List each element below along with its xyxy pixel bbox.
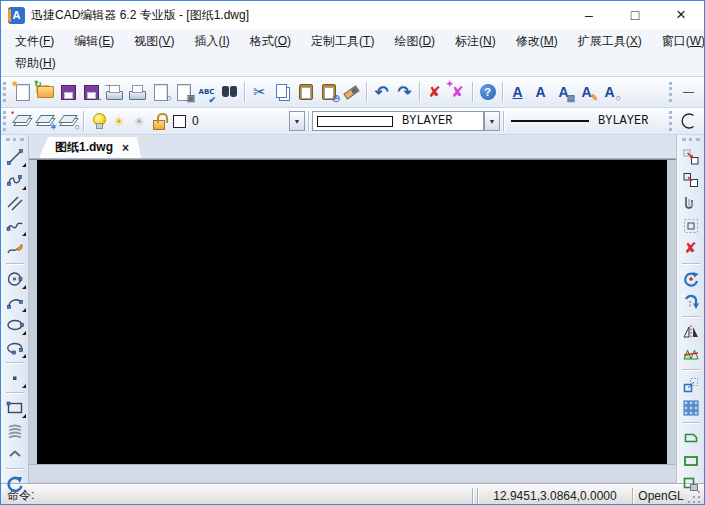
statusbar: 命令: 12.9451,3.0864,0.0000 OpenGL — [1, 483, 704, 505]
help-button[interactable]: ? — [476, 80, 499, 104]
open-file-button[interactable]: ↻ — [34, 80, 57, 104]
point-button[interactable] — [3, 366, 27, 389]
hatch-button[interactable] — [3, 419, 27, 442]
menu-item-h[interactable]: 帮助(H) — [5, 53, 66, 73]
text-edit-button[interactable]: A✎ — [575, 80, 598, 104]
menu-item-e[interactable]: 编辑(E) — [64, 31, 124, 51]
preview-button[interactable]: ○ — [149, 80, 172, 104]
freehand-sketch-button[interactable] — [3, 237, 27, 260]
new-file-button[interactable]: ✶ — [11, 80, 34, 104]
document-tab-close-button[interactable]: × — [122, 142, 129, 154]
layer-new-button[interactable]: ✶ — [34, 109, 57, 133]
toolbar-grip[interactable] — [3, 111, 8, 131]
minimize-button[interactable]: – — [566, 1, 612, 29]
layer-properties-button[interactable]: • — [11, 109, 34, 133]
chamfer-button[interactable] — [679, 426, 703, 449]
double-line-button[interactable] — [3, 191, 27, 214]
paste-block-button[interactable]: ◷ — [317, 80, 340, 104]
menu-item-f[interactable]: 文件(F) — [5, 31, 64, 51]
maximize-button[interactable]: □ — [612, 1, 658, 29]
menu-item-n[interactable]: 标注(N) — [445, 31, 506, 51]
copy-object-button[interactable] — [679, 168, 703, 191]
text-find-button[interactable]: A○ — [598, 80, 621, 104]
text-underline-button[interactable]: A — [506, 80, 529, 104]
linetype-combobox[interactable]: BYLAYER ▼ — [312, 110, 500, 132]
find-button[interactable] — [218, 80, 241, 104]
text-single-button[interactable]: A — [529, 80, 552, 104]
layer-visibility-button[interactable] — [89, 111, 109, 131]
menu-item-o[interactable]: 格式(O) — [240, 31, 301, 51]
layer-thaw-button[interactable]: ☀ — [109, 111, 129, 131]
scale-button[interactable] — [679, 373, 703, 396]
redo-button[interactable]: ↷ — [393, 80, 416, 104]
cut-button[interactable]: ✂ — [248, 80, 271, 104]
help-icon: ? — [476, 80, 499, 104]
linetype-dropdown-button[interactable]: ▼ — [484, 111, 500, 131]
erase-button[interactable]: ✘ — [423, 80, 446, 104]
format-painter-button[interactable] — [340, 80, 363, 104]
print-preview-button[interactable]: → — [103, 80, 126, 104]
resize-grip[interactable] — [687, 484, 704, 505]
rotate-button[interactable] — [679, 267, 703, 290]
arc-tool-button[interactable] — [677, 109, 700, 133]
menu-item-m[interactable]: 修改(M) — [506, 31, 568, 51]
layer-states-button[interactable]: ○ — [57, 109, 80, 133]
region-button[interactable] — [679, 214, 703, 237]
layer-combobox[interactable]: ☀☀ 0 ▼ — [87, 110, 305, 132]
docked-line-icon: — — [677, 80, 700, 104]
draw-bounds-button[interactable] — [679, 449, 703, 472]
menu-item-w[interactable]: 窗口(W) — [652, 31, 705, 51]
layer-dropdown-button[interactable]: ▼ — [289, 111, 305, 131]
collapse-button[interactable] — [3, 442, 27, 465]
array-button[interactable] — [679, 396, 703, 419]
standard-toolbar-items: ✶↻→→○▣ABC✔✂◷↶↷✘✘✦?AAA▤A✎A○ — [11, 80, 621, 104]
command-prompt[interactable]: 命令: — [1, 487, 470, 504]
regen-button[interactable] — [3, 472, 27, 495]
menu-item-d[interactable]: 绘图(D) — [384, 31, 445, 51]
spell-check-icon: ABC✔ — [195, 80, 218, 104]
ellipse-button[interactable] — [3, 313, 27, 336]
polyline-button[interactable] — [3, 168, 27, 191]
layer-lock-button[interactable] — [149, 111, 169, 131]
toolbar-grip[interactable] — [3, 82, 8, 102]
page-setup-button[interactable]: ▣ — [172, 80, 195, 104]
drawing-canvas[interactable] — [37, 160, 667, 464]
menu-item-x[interactable]: 扩展工具(X) — [568, 31, 652, 51]
close-button[interactable]: × — [658, 1, 704, 29]
layer-freeze-button[interactable]: ☀ — [129, 111, 149, 131]
menu-item-v[interactable]: 视图(V) — [124, 31, 184, 51]
dock-grip[interactable] — [682, 138, 700, 143]
format-painter-icon — [340, 80, 363, 104]
menu-item-i[interactable]: 插入(I) — [184, 31, 239, 51]
document-tab[interactable]: 图纸1.dwg × — [39, 137, 141, 158]
lineweight-combobox[interactable]: BYLAYER — [507, 110, 659, 132]
spline-button[interactable] — [3, 214, 27, 237]
ellipse-arc-button[interactable] — [3, 336, 27, 359]
copy-button[interactable] — [271, 80, 294, 104]
spell-check-button[interactable]: ABC✔ — [195, 80, 218, 104]
rectangle-button[interactable] — [3, 396, 27, 419]
offset-button[interactable] — [679, 191, 703, 214]
line-button[interactable] — [3, 145, 27, 168]
purge-button[interactable]: ✘✦ — [446, 80, 469, 104]
save-file-button[interactable] — [57, 80, 80, 104]
paste-button[interactable] — [294, 80, 317, 104]
circle-button[interactable] — [3, 267, 27, 290]
print-button[interactable] — [126, 80, 149, 104]
layer-color-button[interactable] — [169, 111, 189, 131]
erase-object-button[interactable]: ✘ — [679, 237, 703, 260]
mirror-button[interactable] — [679, 320, 703, 343]
menu-item-t[interactable]: 定制工具(T) — [301, 31, 384, 51]
properties-toolbar: •✶○ ☀☀ 0 ▼ BYLAYER ▼ BYLAYER — [1, 108, 704, 135]
docked-line-button[interactable]: — — [677, 80, 700, 104]
standard-toolbar: ✶↻→→○▣ABC✔✂◷↶↷✘✘✦?AAA▤A✎A○ — — [1, 77, 704, 108]
dock-grip[interactable] — [6, 138, 24, 143]
export-file-button[interactable]: → — [80, 80, 103, 104]
trim-extend-button[interactable] — [679, 343, 703, 366]
arc-button[interactable] — [3, 290, 27, 313]
undo-button[interactable]: ↶ — [370, 80, 393, 104]
rotate-reference-button[interactable] — [679, 290, 703, 313]
copy-move-button[interactable] — [679, 145, 703, 168]
text-style-button[interactable]: A▤ — [552, 80, 575, 104]
menubar: 文件(F)编辑(E)视图(V)插入(I)格式(O)定制工具(T)绘图(D)标注(… — [1, 29, 704, 77]
